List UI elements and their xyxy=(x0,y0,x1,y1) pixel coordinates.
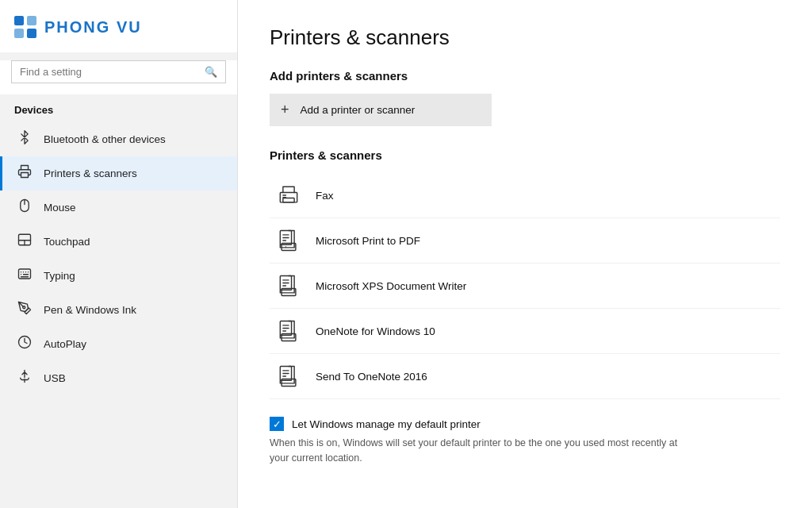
default-printer-checkbox-label: Let Windows manage my default printer xyxy=(292,418,481,430)
usb-icon xyxy=(17,369,33,387)
logo-text: PHONG VU xyxy=(44,18,142,37)
svg-rect-0 xyxy=(21,173,29,178)
logo-area: PHONG VU xyxy=(0,0,237,52)
sidebar-item-pen[interactable]: Pen & Windows Ink xyxy=(0,293,237,327)
page-title: Printers & scanners xyxy=(270,25,780,50)
sidebar-item-usb[interactable]: USB xyxy=(0,361,237,395)
sidebar-item-label-pen: Pen & Windows Ink xyxy=(44,304,136,316)
svg-point-14 xyxy=(23,306,25,309)
search-area: 🔍 xyxy=(0,60,237,94)
default-printer-checkbox-desc: When this is on, Windows will set your d… xyxy=(270,436,682,466)
sidebar: PHONG VU 🔍 Devices Bluetooth & other dev… xyxy=(0,0,238,508)
sidebar-item-label-printers: Printers & scanners xyxy=(44,167,137,179)
printer-item-onenote[interactable]: OneNote for Windows 10 xyxy=(270,309,780,354)
sidebar-section-header: Devices xyxy=(0,94,237,122)
search-icon: 🔍 xyxy=(205,66,217,78)
logo-dot-1 xyxy=(14,16,24,25)
logo-dot-2 xyxy=(27,16,36,25)
default-printer-checkbox-area: ✓ Let Windows manage my default printer xyxy=(270,417,780,431)
printer-name-fax: Fax xyxy=(316,190,334,202)
printer-item-send-onenote[interactable]: Send To OneNote 2016 xyxy=(270,354,780,399)
logo-dot-3 xyxy=(14,29,24,38)
add-printer-label: Add a printer or scanner xyxy=(301,104,416,116)
logo: PHONG VU xyxy=(14,16,223,38)
sidebar-item-typing[interactable]: Typing xyxy=(0,259,237,293)
sidebar-nav: Bluetooth & other devices Printers & sca… xyxy=(0,122,237,395)
checkbox-check-icon: ✓ xyxy=(273,419,282,429)
onenote-printer-icon xyxy=(274,317,303,345)
sidebar-item-mouse[interactable]: Mouse xyxy=(0,190,237,225)
main-content: Printers & scanners Add printers & scann… xyxy=(238,0,812,508)
printer-name-onenote: OneNote for Windows 10 xyxy=(316,325,435,337)
add-section-title: Add printers & scanners xyxy=(270,69,780,83)
printer-name-xps: Microsoft XPS Document Writer xyxy=(316,280,466,292)
sidebar-item-label-typing: Typing xyxy=(44,270,75,282)
touchpad-icon xyxy=(17,233,33,251)
pen-icon xyxy=(17,301,33,319)
search-input[interactable] xyxy=(20,66,198,78)
sidebar-item-bluetooth[interactable]: Bluetooth & other devices xyxy=(0,122,237,156)
logo-dot-4 xyxy=(27,29,36,38)
xps-printer-icon xyxy=(274,271,303,300)
printer-item-pdf[interactable]: Microsoft Print to PDF xyxy=(270,218,780,264)
sidebar-item-touchpad[interactable]: Touchpad xyxy=(0,225,237,259)
pdf-printer-icon xyxy=(274,226,303,255)
printer-name-send-onenote: Send To OneNote 2016 xyxy=(316,371,427,383)
typing-icon xyxy=(17,267,33,285)
logo-icon xyxy=(14,16,36,38)
printer-item-fax[interactable]: Fax xyxy=(270,173,780,218)
printer-item-xps[interactable]: Microsoft XPS Document Writer xyxy=(270,264,780,309)
default-printer-checkbox[interactable]: ✓ xyxy=(270,417,284,431)
bluetooth-icon xyxy=(17,130,33,148)
svg-rect-18 xyxy=(283,198,294,202)
mouse-icon xyxy=(17,198,33,217)
sidebar-item-label-usb: USB xyxy=(44,372,66,384)
sidebar-item-autoplay[interactable]: AutoPlay xyxy=(0,327,237,361)
search-box[interactable]: 🔍 xyxy=(11,60,226,83)
printers-section-title: Printers & scanners xyxy=(270,148,780,162)
add-printer-button[interactable]: + Add a printer or scanner xyxy=(270,94,492,126)
add-plus-icon: + xyxy=(281,102,289,118)
sidebar-item-label-autoplay: AutoPlay xyxy=(44,338,86,350)
sidebar-item-label-mouse: Mouse xyxy=(44,202,76,214)
sidebar-item-label-bluetooth: Bluetooth & other devices xyxy=(44,133,166,145)
printer-name-pdf: Microsoft Print to PDF xyxy=(316,235,420,247)
autoplay-icon xyxy=(17,335,33,353)
sidebar-item-label-touchpad: Touchpad xyxy=(44,236,90,248)
sidebar-item-printers[interactable]: Printers & scanners xyxy=(0,156,237,190)
fax-icon xyxy=(274,181,303,210)
printer-icon xyxy=(17,164,33,183)
send-onenote-icon xyxy=(274,362,303,391)
